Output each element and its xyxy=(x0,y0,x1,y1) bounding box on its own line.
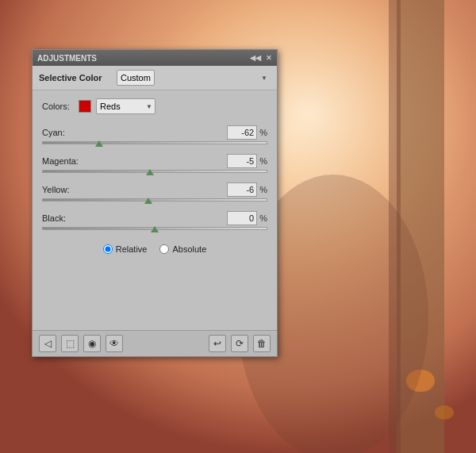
yellow-track[interactable] xyxy=(42,198,267,202)
eye-button[interactable]: ◉ xyxy=(83,335,101,352)
black-track[interactable] xyxy=(42,227,267,230)
magenta-slider-row: Magenta: % xyxy=(42,154,267,173)
collapse-icon[interactable]: ◀◀ xyxy=(250,54,261,62)
magenta-pct: % xyxy=(259,156,267,166)
delete-button[interactable]: 🗑 xyxy=(253,335,271,352)
yellow-value-group: % xyxy=(227,182,267,197)
panel-header: Selective Color Custom Default xyxy=(33,66,277,90)
cyan-value-group: % xyxy=(227,125,267,140)
color-swatch xyxy=(79,100,91,113)
black-pct: % xyxy=(259,213,267,223)
magenta-label: Magenta: xyxy=(42,156,79,166)
colors-row: Colors: Reds Yellows Greens Cyans Blues … xyxy=(42,98,267,114)
cyan-thumb[interactable] xyxy=(95,140,103,147)
add-layer-button[interactable]: ⬚ xyxy=(61,335,79,352)
black-label-row: Black: % xyxy=(42,211,267,225)
relative-option[interactable]: Relative xyxy=(103,244,148,254)
panel-spacer xyxy=(42,259,267,322)
footer-right: ↩ ⟳ 🗑 xyxy=(209,335,271,352)
yellow-label-row: Yellow: % xyxy=(42,182,267,197)
preset-select-wrapper: Custom Default xyxy=(117,70,271,86)
cyan-label-row: Cyan: % xyxy=(42,125,267,140)
cyan-value[interactable] xyxy=(227,125,257,140)
panel-footer: ◁ ⬚ ◉ 👁 ↩ ⟳ 🗑 xyxy=(33,330,277,356)
panel-title: ADJUSTMENTS xyxy=(37,54,97,63)
svg-point-5 xyxy=(435,405,454,420)
yellow-slider-row: Yellow: % xyxy=(42,182,267,202)
visibility-button[interactable]: 👁 xyxy=(106,335,123,352)
cyan-label: Cyan: xyxy=(42,128,65,137)
absolute-label: Absolute xyxy=(172,244,206,254)
magenta-track[interactable] xyxy=(42,170,267,173)
black-label: Black: xyxy=(42,213,66,223)
yellow-pct: % xyxy=(259,185,267,194)
effect-title: Selective Color xyxy=(39,73,110,83)
colors-label: Colors: xyxy=(42,102,74,111)
cycle-button[interactable]: ⟳ xyxy=(231,335,248,352)
magenta-label-row: Magenta: % xyxy=(42,154,267,168)
footer-left: ◁ ⬚ ◉ 👁 xyxy=(39,335,123,352)
close-icon[interactable]: ✕ xyxy=(266,54,272,62)
cyan-track[interactable] xyxy=(42,141,267,144)
radio-row: Relative Absolute xyxy=(42,240,267,259)
magenta-value[interactable] xyxy=(227,154,257,168)
adjustments-panel: ADJUSTMENTS ◀◀ ✕ Selective Color Custom … xyxy=(32,49,278,357)
black-thumb[interactable] xyxy=(151,226,159,232)
titlebar-icons: ◀◀ ✕ xyxy=(250,54,272,62)
back-button[interactable]: ◁ xyxy=(39,335,56,352)
absolute-option[interactable]: Absolute xyxy=(159,244,206,254)
magenta-value-group: % xyxy=(227,154,267,168)
yellow-label: Yellow: xyxy=(42,185,69,194)
color-select[interactable]: Reds Yellows Greens Cyans Blues Magentas… xyxy=(96,98,155,114)
cyan-slider-row: Cyan: % xyxy=(42,125,267,144)
absolute-radio[interactable] xyxy=(159,244,169,254)
cyan-pct: % xyxy=(259,128,267,137)
color-select-wrapper: Reds Yellows Greens Cyans Blues Magentas… xyxy=(96,98,155,114)
black-value[interactable] xyxy=(227,211,257,225)
panel-titlebar: ADJUSTMENTS ◀◀ ✕ xyxy=(33,50,277,66)
panel-body: Colors: Reds Yellows Greens Cyans Blues … xyxy=(33,90,277,330)
preset-select[interactable]: Custom Default xyxy=(117,70,155,86)
yellow-value[interactable] xyxy=(227,182,257,197)
relative-label: Relative xyxy=(116,244,148,254)
magenta-thumb[interactable] xyxy=(146,169,154,175)
black-value-group: % xyxy=(227,211,267,225)
yellow-thumb[interactable] xyxy=(144,198,152,204)
black-slider-row: Black: % xyxy=(42,211,267,230)
relative-radio[interactable] xyxy=(103,244,113,254)
reset-button[interactable]: ↩ xyxy=(209,335,226,352)
